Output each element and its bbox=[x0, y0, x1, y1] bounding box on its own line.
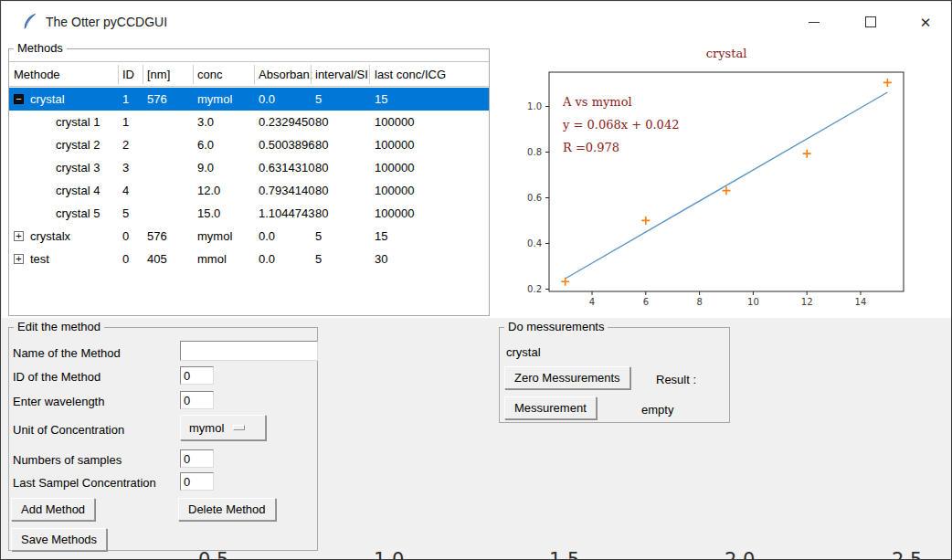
column-header-methode[interactable]: Methode bbox=[14, 68, 60, 81]
tree-row-crystal-4[interactable]: crystal 4412.00.793414080100000 bbox=[9, 179, 489, 202]
cell-name: crystal 2 bbox=[56, 138, 100, 152]
cell-last: 100000 bbox=[375, 184, 414, 197]
column-header-interval-si[interactable]: interval/SI bbox=[315, 68, 368, 81]
cell-interval: 80 bbox=[315, 161, 328, 174]
column-header-last-conc-icg[interactable]: last conc/ICG bbox=[375, 68, 446, 81]
cell-conc: 12.0 bbox=[197, 184, 220, 197]
tree-row-crystal[interactable]: −crystal1576mymol0.0515 bbox=[9, 88, 489, 111]
cell-interval: 5 bbox=[315, 252, 322, 266]
cell-last: 100000 bbox=[375, 115, 414, 129]
cell-conc: mymol bbox=[197, 92, 232, 106]
header-separator bbox=[118, 65, 119, 84]
cell-interval: 80 bbox=[315, 138, 328, 152]
cell-nm: 405 bbox=[147, 252, 167, 266]
cell-abs: 0.2329450 bbox=[259, 115, 314, 129]
maximize-button[interactable] bbox=[859, 10, 883, 34]
result-value: empty bbox=[641, 403, 673, 417]
cell-abs: 0.0 bbox=[259, 229, 275, 243]
treeview-body: −crystal1576mymol0.0515crystal 113.00.23… bbox=[9, 88, 489, 270]
tree-row-crystal-1[interactable]: crystal 113.00.232945080100000 bbox=[9, 111, 489, 133]
save-methods-button[interactable]: Save Methods bbox=[11, 528, 107, 551]
cell-interval: 80 bbox=[315, 184, 328, 197]
app-icon bbox=[22, 12, 38, 31]
cell-conc: mmol bbox=[197, 252, 227, 266]
cell-conc: 9.0 bbox=[197, 161, 214, 174]
svg-text:4: 4 bbox=[589, 297, 595, 307]
tree-row-test[interactable]: +test0405mmol0.0530 bbox=[9, 248, 489, 270]
method-name-input[interactable] bbox=[180, 341, 318, 361]
cell-last: 30 bbox=[375, 252, 387, 266]
tree-row-crystal-5[interactable]: crystal 5515.01.104474380100000 bbox=[9, 202, 489, 225]
methods-treeview[interactable]: MethodeID[nm]concAbsorban:interval/SIlas… bbox=[9, 61, 489, 315]
cell-last: 15 bbox=[375, 92, 387, 106]
header-separator bbox=[193, 65, 194, 84]
svg-text:0.8: 0.8 bbox=[527, 147, 542, 157]
window-title: The Otter pyCCDGUI bbox=[46, 15, 167, 29]
edit-method-frame: Edit the method Name of the Method ID of… bbox=[8, 327, 318, 551]
close-icon: ✕ bbox=[920, 15, 932, 30]
background-tick-label: 1.0 bbox=[374, 549, 404, 560]
svg-text:0.4: 0.4 bbox=[527, 238, 542, 248]
cell-conc: 3.0 bbox=[197, 115, 214, 129]
add-method-button[interactable]: Add Method bbox=[11, 498, 95, 521]
minimize-button[interactable] bbox=[802, 10, 826, 34]
cell-interval: 80 bbox=[315, 115, 328, 129]
background-tick-label: 2.0 bbox=[725, 549, 755, 560]
treeview-header: MethodeID[nm]concAbsorban:interval/SIlas… bbox=[9, 62, 489, 87]
cell-id: 4 bbox=[122, 184, 129, 197]
column-header-id[interactable]: ID bbox=[122, 68, 134, 81]
method-id-input[interactable] bbox=[180, 366, 214, 385]
cell-name: crystal 3 bbox=[56, 161, 100, 174]
svg-text:8: 8 bbox=[696, 297, 702, 307]
cell-conc: 15.0 bbox=[197, 206, 220, 220]
samples-input[interactable] bbox=[180, 449, 214, 468]
expand-icon[interactable]: + bbox=[14, 254, 24, 264]
wavelength-input[interactable] bbox=[180, 391, 214, 409]
zero-measurements-button[interactable]: Zero Messurements bbox=[504, 366, 630, 389]
unit-label: Unit of Concentration bbox=[13, 423, 124, 437]
cell-abs: 1.1044743 bbox=[259, 206, 314, 220]
cell-last: 100000 bbox=[375, 206, 414, 220]
tree-row-crystal-3[interactable]: crystal 339.00.631431080100000 bbox=[9, 156, 489, 179]
cell-conc: 6.0 bbox=[197, 138, 214, 152]
app-window: 0.5 1.0 1.5 2.0 2.5 The Otter pyCCDGUI ✕… bbox=[0, 0, 952, 560]
last-concentration-input[interactable] bbox=[180, 472, 214, 491]
result-label: Result : bbox=[656, 373, 696, 386]
background-tick-label: 1.5 bbox=[549, 549, 579, 560]
expand-icon[interactable]: + bbox=[14, 231, 24, 241]
cell-name: crystal bbox=[30, 92, 65, 106]
measurement-button[interactable]: Messurement bbox=[504, 396, 597, 419]
column-header-conc[interactable]: conc bbox=[197, 68, 222, 81]
svg-text:A vs mymol: A vs mymol bbox=[562, 95, 632, 109]
title-bar[interactable]: The Otter pyCCDGUI ✕ bbox=[2, 2, 951, 41]
measurements-frame-label: Do messurements bbox=[504, 320, 608, 333]
cell-name: crystalx bbox=[30, 229, 70, 243]
minimize-icon bbox=[809, 22, 820, 23]
svg-text:crystal: crystal bbox=[706, 47, 747, 60]
cell-abs: 0.0 bbox=[259, 252, 275, 266]
cell-id: 1 bbox=[122, 115, 129, 129]
collapse-icon[interactable]: − bbox=[14, 94, 24, 104]
samples-label: Numbers of samples bbox=[13, 453, 122, 467]
cell-id: 2 bbox=[122, 138, 129, 152]
wavelength-label: Enter wavelength bbox=[13, 395, 104, 408]
cell-id: 1 bbox=[122, 92, 129, 106]
cell-name: test bbox=[30, 252, 49, 266]
column-header-absorban[interactable]: Absorban: bbox=[259, 68, 312, 81]
cell-name: crystal 5 bbox=[56, 206, 100, 220]
svg-text:y = 0.068x + 0.042: y = 0.068x + 0.042 bbox=[562, 118, 679, 132]
header-separator bbox=[369, 65, 370, 84]
tree-row-crystalx[interactable]: +crystalx0576mymol0.0515 bbox=[9, 225, 489, 248]
column-header-nm[interactable]: [nm] bbox=[147, 68, 170, 81]
calibration-plot: 4681012140.20.40.60.81.0crystalA vs mymo… bbox=[499, 42, 948, 316]
cell-nm: 576 bbox=[147, 92, 167, 106]
header-separator bbox=[311, 65, 312, 84]
methods-frame-label: Methods bbox=[14, 41, 67, 55]
close-button[interactable]: ✕ bbox=[914, 12, 937, 36]
unit-dropdown[interactable]: mymol bbox=[180, 415, 266, 440]
edit-method-frame-label: Edit the method bbox=[14, 320, 104, 333]
delete-method-button[interactable]: Delete Method bbox=[178, 498, 276, 521]
tree-row-crystal-2[interactable]: crystal 226.00.500389680100000 bbox=[9, 133, 489, 156]
cell-interval: 5 bbox=[315, 92, 322, 106]
cell-conc: mymol bbox=[197, 229, 232, 243]
